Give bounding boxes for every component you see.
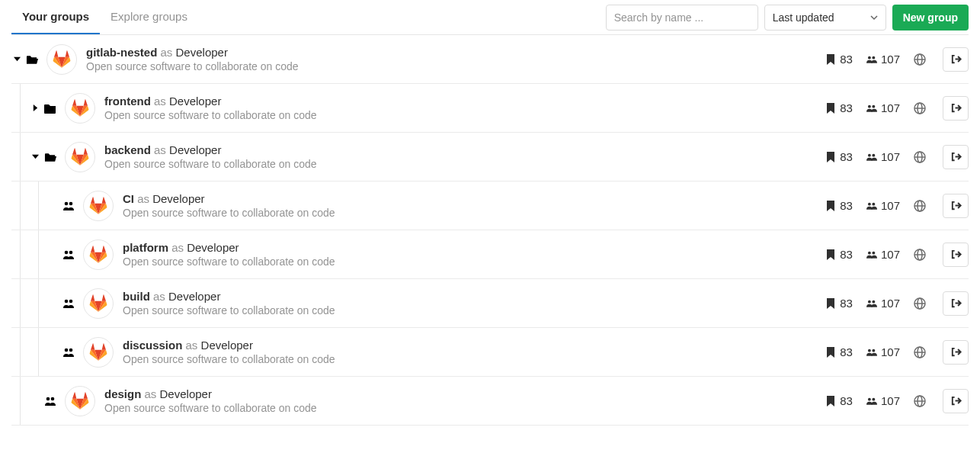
group-name[interactable]: design — [104, 387, 141, 400]
group-avatar[interactable] — [65, 142, 95, 172]
members-icon — [866, 201, 877, 211]
projects-count: 83 — [825, 101, 853, 114]
group-avatar[interactable] — [83, 191, 114, 221]
bookmark-icon — [825, 103, 836, 114]
leave-group-button[interactable] — [943, 389, 969, 413]
projects-count: 83 — [825, 345, 853, 358]
leave-group-button[interactable] — [943, 243, 969, 267]
tree-indent — [11, 84, 30, 132]
tree-indent — [11, 230, 30, 278]
folder-icon — [42, 103, 59, 114]
bookmark-icon — [825, 201, 836, 211]
tree-indent — [30, 182, 48, 230]
leave-group-button[interactable] — [943, 291, 969, 316]
chevron-down-icon — [870, 14, 878, 21]
tree-indent — [30, 328, 48, 376]
projects-count: 83 — [825, 297, 853, 310]
group-name[interactable]: CI — [123, 192, 134, 205]
group-name[interactable]: backend — [104, 143, 151, 156]
leave-group-button[interactable] — [943, 145, 969, 169]
members-count: 107 — [866, 101, 900, 114]
sort-dropdown[interactable]: Last updated — [764, 5, 886, 31]
members-count-value: 107 — [881, 345, 900, 358]
group-info: discussion as DeveloperOpen source softw… — [123, 339, 825, 365]
members-count-value: 107 — [881, 297, 900, 310]
as-label: as — [154, 143, 166, 156]
group-stats: 83107 — [825, 291, 969, 316]
subgroup-icon — [42, 396, 59, 406]
expand-toggle[interactable] — [11, 56, 22, 63]
group-name[interactable]: build — [123, 290, 150, 303]
members-icon — [866, 298, 877, 309]
gitlab-logo-icon — [53, 50, 71, 69]
group-avatar[interactable] — [46, 44, 77, 75]
group-avatar[interactable] — [83, 239, 114, 270]
group-stats: 83107 — [825, 145, 969, 169]
group-avatar[interactable] — [65, 93, 95, 124]
role-label: Developer — [152, 192, 204, 205]
group-row: CI as DeveloperOpen source software to c… — [11, 182, 969, 230]
group-description: Open source software to collaborate on c… — [104, 402, 825, 414]
members-count: 107 — [866, 297, 900, 310]
leave-icon — [950, 151, 962, 162]
role-label: Developer — [187, 241, 239, 254]
tree-indent — [11, 182, 30, 230]
members-count: 107 — [866, 199, 900, 212]
new-group-button[interactable]: New group — [892, 5, 969, 31]
group-avatar[interactable] — [65, 386, 95, 416]
leave-group-button[interactable] — [943, 47, 969, 72]
as-label: as — [161, 46, 173, 59]
globe-icon — [914, 395, 926, 407]
globe-icon — [914, 53, 926, 66]
group-info: frontend as DeveloperOpen source softwar… — [104, 95, 825, 121]
caret-down-icon — [14, 56, 21, 63]
members-count: 107 — [866, 248, 900, 261]
group-row: build as DeveloperOpen source software t… — [11, 279, 969, 328]
group-info: gitlab-nested as DeveloperOpen source so… — [86, 46, 825, 72]
leave-group-button[interactable] — [943, 340, 969, 365]
subgroup-icon — [60, 249, 77, 260]
search-input[interactable] — [606, 5, 758, 31]
projects-count-value: 83 — [840, 248, 853, 261]
leave-icon — [950, 102, 962, 114]
bookmark-icon — [825, 347, 836, 358]
group-description: Open source software to collaborate on c… — [123, 304, 825, 316]
tab-explore-groups[interactable]: Explore groups — [100, 0, 198, 34]
group-name[interactable]: gitlab-nested — [86, 46, 157, 59]
group-description: Open source software to collaborate on c… — [123, 207, 825, 219]
projects-count-value: 83 — [840, 101, 853, 114]
leave-icon — [950, 297, 962, 309]
bookmark-icon — [825, 54, 836, 65]
tree-indent — [11, 328, 30, 376]
members-count: 107 — [866, 53, 900, 66]
group-avatar[interactable] — [83, 337, 114, 368]
group-description: Open source software to collaborate on c… — [104, 158, 825, 170]
group-row: gitlab-nested as DeveloperOpen source so… — [11, 35, 969, 84]
projects-count-value: 83 — [840, 345, 853, 358]
members-icon — [866, 152, 877, 162]
group-name[interactable]: platform — [123, 241, 168, 254]
leave-group-button[interactable] — [943, 96, 969, 120]
expand-toggle[interactable] — [30, 153, 40, 160]
group-description: Open source software to collaborate on c… — [86, 60, 825, 72]
members-count-value: 107 — [881, 101, 900, 114]
members-count: 107 — [866, 345, 900, 358]
role-label: Developer — [176, 46, 228, 59]
group-name[interactable]: frontend — [104, 95, 151, 108]
bookmark-icon — [825, 298, 836, 309]
leave-icon — [950, 200, 962, 211]
gitlab-logo-icon — [89, 294, 107, 313]
group-info: design as DeveloperOpen source software … — [104, 387, 825, 414]
expand-toggle[interactable] — [30, 104, 40, 111]
group-description: Open source software to collaborate on c… — [104, 109, 825, 121]
members-count: 107 — [866, 394, 900, 407]
subgroup-icon — [60, 201, 77, 211]
group-avatar[interactable] — [83, 288, 114, 319]
globe-icon — [914, 200, 926, 212]
group-row: backend as DeveloperOpen source software… — [11, 133, 969, 182]
group-info: build as DeveloperOpen source software t… — [123, 290, 825, 316]
group-name[interactable]: discussion — [123, 339, 182, 352]
group-row: discussion as DeveloperOpen source softw… — [11, 328, 969, 377]
leave-group-button[interactable] — [943, 194, 969, 218]
tab-your-groups[interactable]: Your groups — [11, 0, 100, 34]
